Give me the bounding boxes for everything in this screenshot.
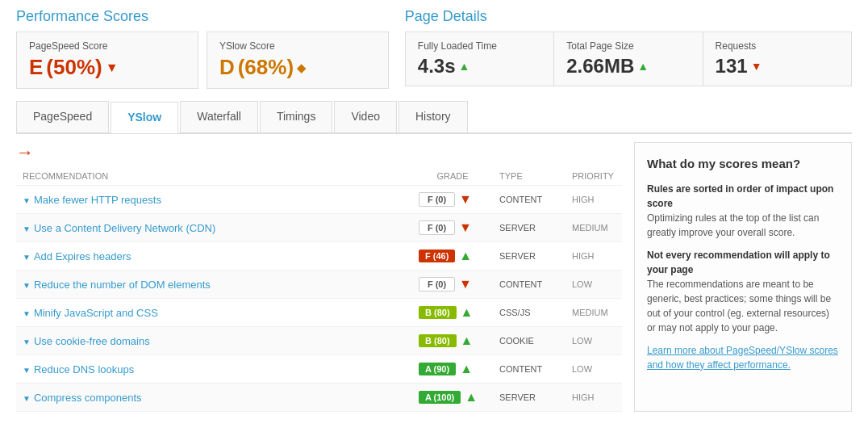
tab-history[interactable]: History (399, 101, 468, 132)
col-priority: PRIORITY (565, 167, 622, 186)
table-row: ▼Use a Content Delivery Network (CDN)F (… (16, 214, 622, 242)
page-size-box: Total Page Size 2.66MB ▲ (554, 32, 703, 86)
rec-link[interactable]: Make fewer HTTP requests (34, 194, 161, 206)
type-cell: CSS/JS (493, 299, 565, 327)
requests-value: 131 ▼ (716, 55, 839, 78)
page-details-panel: Page Details Fully Loaded Time 4.3s ▲ To… (405, 8, 852, 89)
priority-cell: MEDIUM (565, 214, 622, 242)
grade-badge: A (100) (419, 391, 461, 404)
tab-video[interactable]: Video (334, 101, 397, 132)
grade-arrow-up-icon: ▲ (459, 249, 472, 263)
info-p1: Rules are sorted in order of impact upon… (647, 182, 839, 240)
yslow-paren: (68%) (238, 55, 294, 80)
grade-cell: F (0)▼ (412, 271, 493, 299)
pagespeed-paren: (50%) (46, 55, 102, 80)
table-row: ▼Add Expires headersF (46)▲SERVERHIGH (16, 242, 622, 271)
info-p2-text: The recommendations are meant to be gene… (647, 279, 831, 333)
type-cell: COOKIE (493, 327, 565, 355)
recommendations-table: RECOMMENDATION GRADE TYPE PRIORITY ▼Make… (16, 167, 622, 412)
performance-scores-title: Performance Scores (16, 8, 389, 25)
tab-waterfall[interactable]: Waterfall (180, 101, 258, 132)
table-row: ▼Use cookie-free domainsB (80)▲COOKIELOW (16, 327, 622, 355)
pagespeed-score-box: PageSpeed Score E(50%) ▼ (16, 31, 198, 89)
rec-link[interactable]: Use a Content Delivery Network (CDN) (34, 222, 215, 234)
tab-timings[interactable]: Timings (260, 101, 333, 132)
table-row: ▼Reduce the number of DOM elementsF (0)▼… (16, 271, 622, 299)
grade-cell: A (90)▲ (412, 355, 493, 384)
info-p2: Not every recommendation will apply to y… (647, 248, 839, 335)
grade-cell: B (80)▲ (412, 299, 493, 327)
priority-cell: LOW (565, 271, 622, 299)
col-recommendation: RECOMMENDATION (16, 167, 412, 186)
type-cell: CONTENT (493, 355, 565, 384)
yslow-score-box: YSlow Score D(68%) ◆ (207, 31, 389, 89)
rec-link[interactable]: Minify JavaScript and CSS (34, 307, 158, 319)
expand-icon[interactable]: ▼ (23, 366, 31, 375)
pagespeed-letter: E (29, 55, 43, 80)
expand-icon[interactable]: ▼ (23, 338, 31, 346)
info-panel: What do my scores mean? Rules are sorted… (634, 142, 852, 412)
requests-label: Requests (716, 40, 839, 52)
grade-badge: B (80) (419, 306, 457, 319)
col-grade: GRADE (412, 167, 493, 186)
type-cell: CONTENT (493, 271, 565, 299)
grade-arrow-up-icon: ▲ (461, 333, 474, 348)
grade-arrow-down-icon: ▼ (459, 220, 472, 235)
priority-cell: HIGH (565, 384, 622, 412)
grade-badge: A (90) (419, 363, 456, 375)
rec-link[interactable]: Add Expires headers (34, 250, 131, 262)
grade-cell: A (100)▲ (412, 384, 493, 412)
grade-cell: F (0)▼ (412, 214, 493, 242)
requests-box: Requests 131 ▼ (703, 32, 851, 86)
performance-scores-panel: Performance Scores PageSpeed Score E(50%… (16, 8, 389, 89)
priority-cell: MEDIUM (565, 299, 622, 327)
page-size-label: Total Page Size (566, 40, 690, 52)
table-row: ▼Minify JavaScript and CSSB (80)▲CSS/JSM… (16, 299, 622, 327)
row-indicator: → (16, 142, 622, 163)
priority-cell: HIGH (565, 186, 622, 214)
expand-icon[interactable]: ▼ (23, 309, 31, 318)
rec-link[interactable]: Reduce DNS lookups (34, 363, 134, 375)
grade-arrow-up-icon: ▲ (461, 305, 474, 320)
grade-arrow-down-icon: ▼ (459, 192, 472, 207)
rec-link[interactable]: Use cookie-free domains (34, 335, 150, 347)
tab-yslow[interactable]: YSlow (111, 102, 178, 133)
grade-badge: F (46) (419, 250, 455, 262)
yslow-letter: D (219, 55, 235, 80)
info-p1-text: Optimizing rules at the top of the list … (647, 212, 819, 238)
grade-badge: F (0) (419, 277, 455, 291)
expand-icon[interactable]: ▼ (23, 394, 31, 403)
yslow-value: D(68%) ◆ (219, 55, 376, 80)
page-size-arrow-icon: ▲ (637, 60, 649, 73)
tab-pagespeed[interactable]: PageSpeed (16, 101, 109, 132)
rec-link[interactable]: Reduce the number of DOM elements (34, 279, 211, 291)
grade-badge: F (0) (419, 220, 455, 235)
grade-cell: F (46)▲ (412, 242, 493, 271)
rec-link[interactable]: Compress components (34, 392, 142, 404)
requests-arrow-icon: ▼ (751, 60, 762, 73)
expand-icon[interactable]: ▼ (23, 253, 31, 262)
pagespeed-label: PageSpeed Score (29, 40, 186, 52)
loaded-time-arrow-icon: ▲ (459, 60, 470, 73)
loaded-time-box: Fully Loaded Time 4.3s ▲ (406, 32, 554, 86)
expand-icon[interactable]: ▼ (23, 281, 31, 290)
expand-icon[interactable]: ▼ (23, 196, 31, 205)
table-row: ▼Make fewer HTTP requestsF (0)▼CONTENTHI… (16, 186, 622, 214)
grade-badge: F (0) (419, 192, 455, 207)
recommendations-table-area: → RECOMMENDATION GRADE TYPE PRIORITY ▼Ma… (16, 142, 622, 412)
pagespeed-arrow-icon: ▼ (106, 61, 119, 75)
col-type: TYPE (493, 167, 565, 186)
page-details-title: Page Details (405, 8, 852, 25)
info-link[interactable]: Learn more about PageSpeed/YSlow scores … (647, 345, 838, 371)
type-cell: SERVER (493, 242, 565, 271)
grade-arrow-up-icon: ▲ (465, 390, 478, 405)
info-p1-bold: Rules are sorted in order of impact upon… (647, 183, 833, 209)
red-arrow-icon: → (16, 142, 34, 163)
info-p2-bold: Not every recommendation will apply to y… (647, 250, 830, 275)
grade-cell: F (0)▼ (412, 186, 493, 214)
table-row: ▼Compress componentsA (100)▲SERVERHIGH (16, 384, 622, 412)
type-cell: CONTENT (493, 186, 565, 214)
info-title: What do my scores mean? (647, 155, 839, 174)
expand-icon[interactable]: ▼ (23, 224, 31, 233)
priority-cell: LOW (565, 355, 622, 384)
